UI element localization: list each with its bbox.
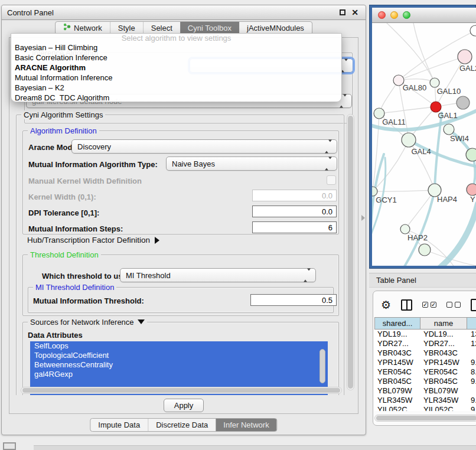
control-panel-titlebar: Control Panel ✕ (2, 5, 366, 20)
data-attribute-item[interactable]: gal4RGexp (30, 370, 328, 379)
table-cell: YLR345W (420, 396, 468, 405)
table-cell: YIL052C (420, 405, 468, 411)
algorithm-option[interactable]: Bayesian – Hill Climbing (11, 43, 341, 53)
threshold-definition-title: Threshold Definition (28, 250, 101, 259)
zoom-traffic-light[interactable] (403, 11, 410, 19)
table-cell: YBL079W (420, 386, 468, 396)
table-cell: YDL19... (374, 330, 420, 339)
cyni-algorithm-settings-group: Cyni Algorithm Settings Algorithm Defini… (16, 115, 344, 395)
tab-cyni-toolbox[interactable]: Cyni Toolbox (180, 22, 239, 34)
table-cell: YPR145W (374, 358, 420, 367)
table-horizontal-scrollbar[interactable] (374, 415, 476, 422)
manual-kernel-width-checkbox[interactable] (327, 175, 336, 185)
data-attribute-item[interactable]: TopologicalCoefficient (30, 351, 328, 360)
table-cell: YBR043C (420, 348, 468, 358)
table-row[interactable]: YPR145WYPR145W9. (374, 358, 476, 367)
table-cell: YBL079W (374, 386, 420, 396)
minimize-traffic-light[interactable] (390, 11, 398, 19)
kernel-width-field[interactable]: 0.0 (252, 190, 337, 201)
data-attribute-item[interactable]: SelfLoops (30, 341, 328, 351)
deselect-all-icon[interactable] (446, 302, 461, 308)
table-row[interactable]: YLR345WYLR345W9. (374, 396, 476, 405)
mi-threshold-field[interactable]: 0.5 (250, 294, 337, 306)
close-icon[interactable]: ✕ (351, 9, 358, 16)
table-row[interactable]: YBR043CYBR043C (374, 348, 476, 358)
horizontal-scrollbar[interactable] (21, 387, 342, 394)
float-icon[interactable] (340, 9, 345, 15)
mi-algorithm-type-label: Mutual Information Algorithm Type: (28, 160, 158, 169)
table-row[interactable]: YER054CYER054C8. (374, 367, 476, 377)
network-node-swi4[interactable] (444, 124, 454, 135)
hub-tf-definition-toggle[interactable]: Hub/Transcription Factor Definition (27, 236, 159, 244)
algorithm-option[interactable]: Mutual Information Inference (11, 73, 341, 83)
tab-impute-data[interactable]: Impute Data (90, 419, 148, 431)
mi-steps-field[interactable]: 6 (252, 221, 337, 233)
algorithm-option[interactable]: ARACNE Algorithm (11, 63, 341, 73)
vertical-scrollbar[interactable] (347, 114, 354, 390)
list-scrollbar[interactable] (319, 349, 325, 383)
mi-steps-label: Mutual Information Steps: (28, 224, 123, 233)
table-header-row: shared...nameA (374, 317, 476, 330)
network-edge[interactable] (387, 23, 435, 83)
algorithm-popup-header: Select algorithm to view settings (11, 34, 341, 43)
column-header[interactable]: shared... (374, 317, 420, 330)
which-threshold-combo[interactable]: MI Threshold (120, 268, 316, 282)
table-row[interactable]: YBL079WYBL079W (374, 386, 476, 396)
network-node-gal2[interactable] (458, 50, 472, 64)
split-columns-icon[interactable] (401, 299, 412, 311)
table-cell: YER054C (420, 367, 468, 377)
data-attribute-item[interactable]: BetweennessCentrality (30, 360, 328, 370)
tab-style[interactable]: Style (110, 22, 143, 34)
tab-infer-network[interactable]: Infer Network (216, 419, 276, 431)
algorithm-option[interactable]: Bayesian – K2 (11, 83, 341, 93)
algorithm-dropdown-popup: Select algorithm to view settings Bayesi… (11, 33, 342, 102)
algorithm-option[interactable]: Basic Correlation Inference (11, 53, 341, 63)
tab-jactivemnodules[interactable]: jActiveMNodules (239, 22, 312, 34)
network-node-partial-top[interactable] (470, 25, 476, 36)
tab-discretize-data[interactable]: Discretize Data (148, 419, 216, 431)
network-canvas[interactable]: GAL2GAL80GAL10GAL1GAL11SWI4GAL4GCY1HAP4Y… (372, 23, 476, 266)
gear-icon[interactable]: ⚙ (381, 299, 391, 311)
dpi-tolerance-field[interactable]: 0.0 (252, 206, 337, 217)
network-node-hap2[interactable] (400, 224, 410, 234)
table-row[interactable]: YDR27...YDR27...12 (374, 339, 476, 348)
apply-button[interactable]: Apply (164, 399, 204, 412)
column-header[interactable]: A (467, 317, 476, 330)
select-all-icon[interactable]: ✓✓ (422, 302, 436, 308)
attr-items-holder: SelfLoopsTopologicalCoefficientBetweenne… (30, 341, 328, 379)
table-row[interactable]: YBR045CYBR045C9. (374, 377, 476, 386)
network-node-gal4[interactable] (402, 133, 416, 147)
column-header[interactable]: name (420, 317, 467, 330)
manual-kernel-width-label: Manual Kernel Width Definition (28, 177, 142, 185)
network-edge[interactable] (379, 107, 436, 113)
sources-group-title[interactable]: Sources for Network Inference (28, 318, 147, 327)
algorithm-option[interactable]: Dream8 DC_TDC Algorithm (11, 93, 341, 102)
network-node-gcy1[interactable] (372, 187, 377, 196)
network-node-gal10[interactable] (430, 78, 439, 87)
table-row[interactable]: YDL19...YDL19...13 (374, 330, 476, 339)
table-row[interactable]: YIL052CYIL052C9 (374, 405, 476, 411)
mi-threshold-definition-title: MI Threshold Definition (33, 283, 116, 292)
kernel-width-label: Kernel Width (0,1): (28, 193, 96, 201)
network-edge[interactable] (379, 80, 399, 113)
file-icon[interactable] (471, 299, 476, 311)
network-window-titlebar (372, 8, 476, 23)
network-node-unnamed-gray[interactable] (457, 96, 470, 109)
dock-panel-icon[interactable] (3, 442, 16, 450)
tab-network[interactable]: Network (56, 22, 110, 34)
network-edge[interactable] (373, 140, 409, 191)
aracne-mode-value: Discovery (77, 142, 111, 151)
splitpane-divider-handle[interactable] (361, 215, 365, 221)
network-node-green-bottom[interactable] (419, 244, 431, 256)
table-cell: YER054C (374, 367, 420, 377)
algorithm-definition-group: Algorithm Definition Aracne Mode: Discov… (22, 131, 339, 234)
network-node-label: Y (470, 195, 475, 204)
aracne-mode-combo[interactable]: Discovery (71, 139, 337, 154)
close-traffic-light[interactable] (378, 11, 386, 19)
tab-select[interactable]: Select (143, 22, 180, 34)
mi-algorithm-type-combo[interactable]: Naive Bayes (166, 156, 337, 171)
network-node-pink-right[interactable] (467, 184, 476, 195)
table-cell: 12 (468, 339, 476, 348)
network-edge[interactable] (373, 190, 435, 191)
network-node-green-right[interactable] (466, 148, 476, 161)
